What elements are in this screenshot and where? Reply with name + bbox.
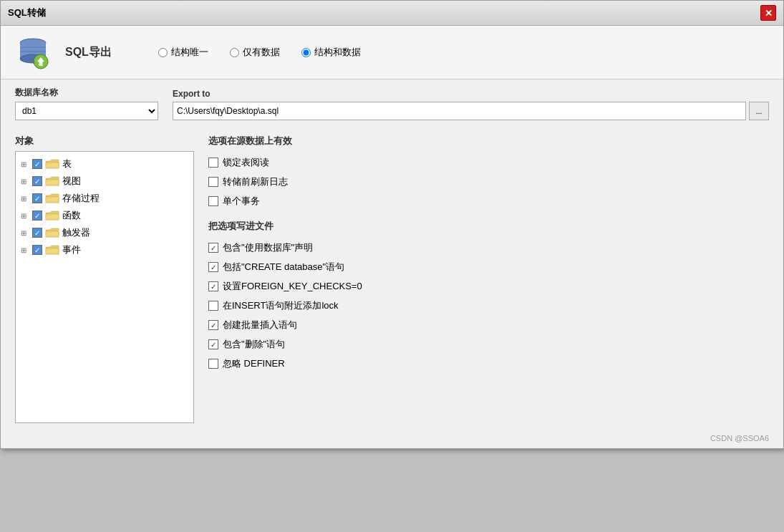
- tree-expand-table: ⊞: [21, 160, 29, 168]
- tree-label-event: 事件: [62, 243, 81, 256]
- option-checkbox-drop-include[interactable]: [208, 339, 218, 349]
- tree-checkbox-trigger[interactable]: [32, 228, 42, 238]
- option-label-create-db: 包括"CREATE database"语句: [223, 261, 344, 274]
- tree-checkbox-table[interactable]: [32, 159, 42, 169]
- content-section: 对象 ⊞ 表 ⊞: [1, 127, 783, 430]
- tree-item-function[interactable]: ⊞ 函数: [19, 207, 190, 224]
- export-to-label: Export to: [173, 89, 769, 99]
- option-insert-lock[interactable]: 在INSERT语句附近添加lock: [208, 298, 769, 314]
- tree-expand-stored-proc: ⊞: [21, 195, 29, 203]
- radio-struct-only-input[interactable]: [158, 48, 168, 57]
- db-name-label: 数据库名称: [15, 87, 158, 99]
- radio-data-only[interactable]: 仅有数据: [230, 46, 280, 59]
- option-use-db[interactable]: 包含"使用数据库"声明: [208, 240, 769, 256]
- options-source-group: 选项在源数据上有效 锁定表阅读 转储前刷新日志 单个事务: [208, 135, 769, 209]
- option-label-ignore-definer: 忽略 DEFINER: [223, 357, 285, 370]
- option-ignore-definer[interactable]: 忽略 DEFINER: [208, 356, 769, 372]
- tree-label-trigger: 触发器: [62, 226, 90, 239]
- tree-item-stored-proc[interactable]: ⊞ 存储过程: [19, 190, 190, 207]
- export-to-group: Export to ...: [173, 89, 769, 120]
- objects-panel-label: 对象: [15, 135, 194, 147]
- option-checkbox-foreign-key-checks[interactable]: [208, 281, 218, 291]
- option-single-transaction[interactable]: 单个事务: [208, 193, 769, 209]
- close-button[interactable]: ✕: [760, 5, 776, 21]
- options-panel: 选项在源数据上有效 锁定表阅读 转储前刷新日志 单个事务 把选项写进文件: [208, 135, 769, 423]
- tree-expand-event: ⊞: [21, 246, 29, 254]
- radio-group: 结构唯一 仅有数据 结构和数据: [158, 46, 361, 59]
- option-checkbox-single-transaction[interactable]: [208, 196, 218, 206]
- option-checkbox-create-db[interactable]: [208, 262, 218, 272]
- form-section: 数据库名称 db1 Export to ...: [1, 79, 783, 127]
- database-icon: [15, 34, 51, 70]
- radio-data-only-input[interactable]: [230, 48, 239, 57]
- option-checkbox-flush-log[interactable]: [208, 177, 218, 187]
- option-label-batch-insert: 创建批量插入语句: [223, 319, 297, 332]
- option-drop-include[interactable]: 包含"删除"语句: [208, 337, 769, 352]
- header-section: SQL导出 结构唯一 仅有数据 结构和数据: [1, 26, 783, 79]
- option-batch-insert[interactable]: 创建批量插入语句: [208, 317, 769, 333]
- option-label-insert-lock: 在INSERT语句附近添加lock: [223, 299, 339, 312]
- tree-label-view: 视图: [62, 175, 81, 188]
- option-label-drop-include: 包含"删除"语句: [223, 338, 285, 351]
- option-lock-table[interactable]: 锁定表阅读: [208, 155, 769, 170]
- tree-expand-trigger: ⊞: [21, 229, 29, 237]
- tree-expand-function: ⊞: [21, 212, 29, 220]
- tree-view: ⊞ 表 ⊞ 视图: [15, 151, 194, 423]
- option-checkbox-use-db[interactable]: [208, 243, 218, 253]
- tree-expand-view: ⊞: [21, 178, 29, 185]
- tree-item-event[interactable]: ⊞ 事件: [19, 241, 190, 258]
- tree-item-table[interactable]: ⊞ 表: [19, 155, 190, 173]
- option-label-use-db: 包含"使用数据库"声明: [223, 241, 313, 254]
- options-source-title: 选项在源数据上有效: [208, 135, 769, 147]
- options-file-group: 把选项写进文件 包含"使用数据库"声明 包括"CREATE database"语…: [208, 220, 769, 372]
- radio-struct-data[interactable]: 结构和数据: [301, 46, 361, 59]
- tree-item-view[interactable]: ⊞ 视图: [19, 173, 190, 190]
- radio-struct-only-label: 结构唯一: [171, 46, 208, 59]
- export-to-input-row: ...: [173, 102, 769, 120]
- option-label-foreign-key-checks: 设置FOREIGN_KEY_CHECKS=0: [223, 280, 362, 293]
- tree-checkbox-view[interactable]: [32, 176, 42, 186]
- option-label-single-transaction: 单个事务: [223, 195, 260, 208]
- tree-label-table: 表: [62, 158, 72, 170]
- folder-icon-table: [45, 158, 59, 170]
- option-foreign-key-checks[interactable]: 设置FOREIGN_KEY_CHECKS=0: [208, 279, 769, 294]
- options-file-title: 把选项写进文件: [208, 220, 769, 233]
- tree-checkbox-event[interactable]: [32, 245, 42, 255]
- option-label-flush-log: 转储前刷新日志: [223, 175, 288, 188]
- objects-panel: 对象 ⊞ 表 ⊞: [15, 135, 194, 423]
- option-checkbox-ignore-definer[interactable]: [208, 359, 218, 369]
- option-label-lock-table: 锁定表阅读: [223, 156, 269, 169]
- radio-struct-data-label: 结构和数据: [314, 46, 361, 59]
- export-path-input[interactable]: [173, 102, 746, 120]
- watermark: CSDN @SSOA6: [1, 430, 783, 448]
- option-checkbox-batch-insert[interactable]: [208, 320, 218, 330]
- db-name-group: 数据库名称 db1: [15, 87, 158, 120]
- sql-dump-dialog: SQL转储 ✕ SQL导出 结构唯一 仅有数据: [0, 0, 784, 449]
- folder-icon-view: [45, 175, 59, 187]
- dialog-title: SQL转储: [8, 6, 46, 19]
- folder-icon-stored-proc: [45, 193, 59, 204]
- folder-icon-event: [45, 244, 59, 256]
- folder-icon-trigger: [45, 227, 59, 238]
- tree-checkbox-stored-proc[interactable]: [32, 193, 42, 203]
- option-flush-log[interactable]: 转储前刷新日志: [208, 174, 769, 190]
- db-name-select[interactable]: db1: [15, 102, 158, 120]
- tree-item-trigger[interactable]: ⊞ 触发器: [19, 224, 190, 241]
- tree-label-function: 函数: [62, 209, 81, 222]
- option-checkbox-lock-table[interactable]: [208, 158, 218, 168]
- tree-label-stored-proc: 存储过程: [62, 192, 100, 205]
- folder-icon-function: [45, 210, 59, 221]
- browse-button[interactable]: ...: [749, 102, 769, 120]
- option-checkbox-insert-lock[interactable]: [208, 301, 218, 311]
- sql-export-label: SQL导出: [65, 45, 122, 60]
- tree-checkbox-function[interactable]: [32, 211, 42, 221]
- radio-struct-data-input[interactable]: [301, 48, 311, 57]
- radio-struct-only[interactable]: 结构唯一: [158, 46, 208, 59]
- radio-data-only-label: 仅有数据: [243, 46, 280, 59]
- title-bar: SQL转储 ✕: [1, 1, 783, 26]
- option-create-db[interactable]: 包括"CREATE database"语句: [208, 259, 769, 275]
